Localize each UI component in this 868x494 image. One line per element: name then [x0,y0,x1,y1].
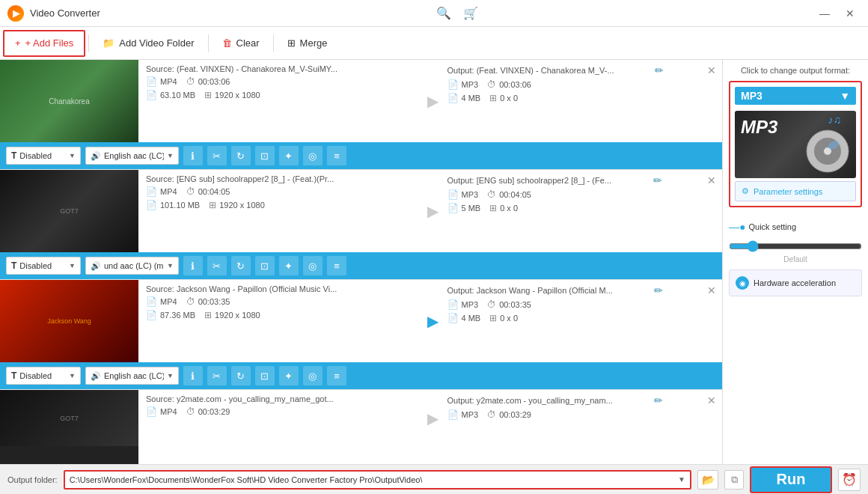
alarm-icon: ⏰ [842,472,857,487]
source-label-4: Source: y2mate.com - you_calling_my_name… [146,394,418,403]
subtitle-select-1[interactable]: T Disabled ▼ [6,147,81,165]
audio-select-2[interactable]: 🔊 und aac (LC) (mp4a ▼ [85,257,179,275]
controls-row-1: T Disabled ▼ 🔊 English aac (LC) (mp ▼ ℹ … [0,142,722,169]
audio-icon-3: 🔊 [91,371,101,381]
crop-btn-2[interactable]: ⊡ [255,256,275,275]
file-item: GOT7 Source: y2mate.com - you_calling_my… [0,390,722,464]
bottom-bar: Output folder: C:\Users\WonderFox\Docume… [0,464,868,494]
audio-icon: 🔊 [91,151,101,161]
output-path: C:\Users\WonderFox\Documents\WonderFox S… [70,475,423,484]
window-controls: — ✕ [814,6,861,21]
alarm-button[interactable]: ⏰ [838,469,861,491]
right-panel: Click to change output format: MP3 ▼ MP3 [722,60,868,464]
dropdown-arrow-2: ▼ [678,475,685,484]
crop-btn-1[interactable]: ⊡ [255,146,275,165]
audio-select-1[interactable]: 🔊 English aac (LC) (mp ▼ [85,147,179,165]
mp3-label: MP3 [741,117,777,138]
quality-slider[interactable] [729,240,862,252]
subtitle2-btn-1[interactable]: ≡ [327,146,346,165]
cut-btn-2[interactable]: ✂ [207,256,227,275]
clear-button[interactable]: 🗑 Clear [212,30,270,57]
file-thumbnail-4: GOT7 [0,390,138,464]
output-label-3: Output: Jackson Wang - Papillon (Officia… [447,286,613,295]
file-item: Jackson Wang Source: Jackson Wang - Papi… [0,280,722,390]
watermark-btn-2[interactable]: ◎ [303,256,323,275]
info-btn-1[interactable]: ℹ [183,146,203,165]
main-layout: Chanakorea Source: (Feat. VINXEN) - Chan… [0,60,868,464]
format-preview: MP3 ♪♫ [735,111,856,178]
rotate-btn-3[interactable]: ↻ [231,366,251,385]
minimize-button[interactable]: — [814,6,835,21]
close-button[interactable]: ✕ [840,6,861,21]
watermark-btn-1[interactable]: ◎ [303,146,323,165]
edit-button-4[interactable]: ✏ [651,394,666,406]
audio-arrow: ▼ [167,152,174,159]
arrow-right-3: ▶ [427,312,438,330]
source-label-1: Source: (Feat. VINXEN) - Chanakorea M_V-… [146,64,418,73]
cut-btn-3[interactable]: ✂ [207,366,227,385]
subtitle2-btn-2[interactable]: ≡ [327,256,346,275]
quick-setting-icon: —● [729,221,745,233]
subtitle-icon: T [11,150,16,161]
file-item: GOT7 Source: [ENG sub] schoolrapper2 [8_… [0,170,722,280]
controls-row-3: T Disabled ▼ 🔊 English aac (LC) (m ▼ ℹ ✂… [0,362,722,389]
settings-icon: ⚙ [742,186,749,196]
out-format-icon: 📄 [447,79,459,90]
browse-folder-button[interactable]: 📂 [697,470,718,490]
format-selector[interactable]: MP3 ▼ MP3 ♪♫ ⚙ Par [729,81,862,207]
info-btn-2[interactable]: ℹ [183,256,203,275]
merge-button[interactable]: ⊞ Merge [277,30,338,57]
app-title: Video Converter [30,7,100,19]
rotate-btn-1[interactable]: ↻ [231,146,251,165]
edit-button-1[interactable]: ✏ [652,64,667,76]
close-button-3[interactable]: ✕ [704,284,719,296]
merge-icon: ⊞ [287,37,296,49]
effect-btn-2[interactable]: ✦ [279,256,299,275]
info-btn-3[interactable]: ℹ [183,366,203,385]
copy-icon: ⧉ [731,474,738,486]
add-video-folder-button[interactable]: 📁 Add Video Folder [92,30,204,57]
cart-icon[interactable]: 🛒 [463,6,478,20]
run-button[interactable]: Run [750,466,832,493]
effect-btn-1[interactable]: ✦ [279,146,299,165]
subtitle2-btn-3[interactable]: ≡ [327,366,346,385]
file-thumbnail-1: Chanakorea [0,60,138,142]
out-size-icon: 📄 [447,93,459,103]
quick-setting: —● Quick setting [729,221,862,233]
edit-button-3[interactable]: ✏ [651,284,666,296]
search-icon[interactable]: 🔍 [436,6,451,20]
copy-button[interactable]: ⧉ [724,470,744,490]
app-window: ▶ Video Converter 🔍 🛒 — ✕ + + Add Files … [0,0,868,494]
close-button-2[interactable]: ✕ [704,174,719,186]
out-clock-icon: ⏱ [487,79,496,90]
add-files-button[interactable]: + + Add Files [3,30,85,57]
hardware-acceleration-button[interactable]: ◉ Hardware acceleration [729,269,862,296]
crop-btn-3[interactable]: ⊡ [255,366,275,385]
subtitle-select-3[interactable]: T Disabled ▼ [6,367,81,385]
audio-select-3[interactable]: 🔊 English aac (LC) (m ▼ [85,367,179,385]
rotate-btn-2[interactable]: ↻ [231,256,251,275]
output-folder-label: Output folder: [7,475,58,484]
folder-open-icon: 📂 [702,474,715,486]
file-thumbnail-2: GOT7 [0,170,138,252]
folder-icon: 📁 [103,37,114,49]
close-button-4[interactable]: ✕ [704,394,719,406]
output-folder-input[interactable]: C:\Users\WonderFox\Documents\WonderFox S… [64,470,691,490]
subtitle-arrow-2: ▼ [69,262,76,269]
hw-icon: ◉ [736,276,749,290]
parameter-settings-button[interactable]: ⚙ Parameter settings [735,181,856,201]
clock-icon: ⏱ [186,76,195,87]
source-label-2: Source: [ENG sub] schoolrapper2 [8_] - (… [146,174,418,183]
edit-button-2[interactable]: ✏ [650,174,665,186]
subtitle-select-2[interactable]: T Disabled ▼ [6,257,81,275]
output-label-1: Output: (Feat. VINXEN) - Chanakorea M_V-… [447,66,614,75]
add-icon: + [15,37,21,49]
output-label-4: Output: y2mate.com - you_calling_my_nam.… [447,396,613,405]
format-dropdown[interactable]: MP3 ▼ [735,87,856,105]
watermark-btn-3[interactable]: ◎ [303,366,323,385]
toolbar-divider-1 [88,34,89,52]
cut-btn-1[interactable]: ✂ [207,146,227,165]
effect-btn-3[interactable]: ✦ [279,366,299,385]
close-button-1[interactable]: ✕ [704,64,719,76]
slider-default-label: Default [729,255,862,263]
